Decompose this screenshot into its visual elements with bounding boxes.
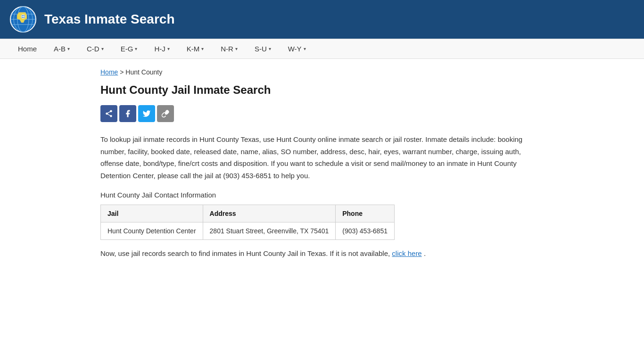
table-cell-phone: (903) 453-6851 — [336, 222, 395, 240]
nav-cd[interactable]: C-D ▾ — [78, 39, 112, 58]
nav-ab-arrow: ▾ — [67, 46, 70, 51]
footer-paragraph: Now, use jail records search to find inm… — [100, 249, 544, 257]
table-header-jail: Jail — [101, 205, 203, 222]
nav-ab[interactable]: A-B ▾ — [45, 39, 78, 58]
nav-home[interactable]: Home — [9, 39, 45, 58]
breadcrumb-home-link[interactable]: Home — [100, 68, 118, 76]
nav-nr-arrow: ▾ — [235, 46, 238, 51]
nav-km-arrow: ▾ — [201, 46, 204, 51]
nav-nr[interactable]: N-R ▾ — [212, 39, 246, 58]
nav-eg[interactable]: E-G ▾ — [112, 39, 146, 58]
breadcrumb-current: Hunt County — [125, 68, 162, 76]
page-description: To lookup jail inmate records in Hunt Co… — [100, 133, 544, 181]
table-row: Hunt County Detention Center 2801 Stuart… — [101, 222, 395, 240]
nav-cd-arrow: ▾ — [101, 46, 104, 51]
main-content: Home > Hunt County Hunt County Jail Inma… — [91, 59, 553, 276]
contact-section-label: Hunt County Jail Contact Information — [100, 191, 544, 199]
site-title: Texas Inmate Search — [44, 12, 175, 27]
nav-hj[interactable]: H-J ▾ — [146, 39, 178, 58]
social-buttons — [100, 105, 544, 122]
breadcrumb: Home > Hunt County — [100, 68, 544, 76]
nav-km[interactable]: K-M ▾ — [178, 39, 213, 58]
nav-wy[interactable]: W-Y ▾ — [280, 39, 314, 58]
table-header-phone: Phone — [336, 205, 395, 222]
breadcrumb-separator: > — [120, 68, 125, 76]
footer-text-end: . — [424, 249, 426, 257]
site-logo — [9, 6, 37, 33]
footer-text-before: Now, use jail records search to find inm… — [100, 249, 390, 257]
main-nav: Home A-B ▾ C-D ▾ E-G ▾ H-J ▾ K-M ▾ N-R ▾… — [0, 39, 644, 59]
contact-table: Jail Address Phone Hunt County Detention… — [100, 205, 395, 240]
table-cell-jail: Hunt County Detention Center — [101, 222, 203, 240]
nav-su[interactable]: S-U ▾ — [246, 39, 280, 58]
site-header: Texas Inmate Search — [0, 0, 644, 39]
nav-hj-arrow: ▾ — [167, 46, 170, 51]
table-cell-address: 2801 Stuart Street, Greenville, TX 75401 — [203, 222, 336, 240]
table-header-address: Address — [203, 205, 336, 222]
click-here-link[interactable]: click here — [392, 249, 421, 257]
nav-eg-arrow: ▾ — [135, 46, 137, 51]
facebook-button[interactable] — [119, 105, 136, 122]
page-title: Hunt County Jail Inmate Search — [100, 83, 544, 97]
share-button[interactable] — [100, 105, 117, 122]
twitter-button[interactable] — [138, 105, 155, 122]
nav-su-arrow: ▾ — [269, 46, 271, 51]
nav-wy-arrow: ▾ — [304, 46, 306, 51]
copy-link-button[interactable] — [157, 105, 174, 122]
